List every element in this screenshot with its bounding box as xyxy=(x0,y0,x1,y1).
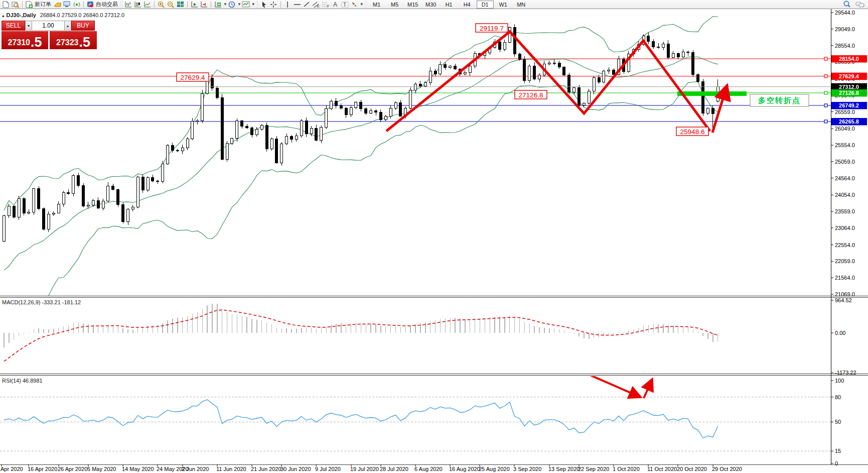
rsi-label: RSI(14) 46.8981 xyxy=(2,378,43,384)
timeframe-button-H1[interactable]: H1 xyxy=(441,1,458,9)
timeframe-button-M1[interactable]: M1 xyxy=(368,1,385,9)
indicators-dropdown-icon[interactable] xyxy=(214,1,222,9)
svg-text:28554.0: 28554.0 xyxy=(835,43,855,49)
svg-text:27312.0: 27312.0 xyxy=(839,84,859,90)
svg-text:14 May 2020: 14 May 2020 xyxy=(122,466,154,472)
templates-dropdown-icon[interactable] xyxy=(242,1,250,9)
svg-text:22059.0: 22059.0 xyxy=(835,258,855,264)
market-watch-icon[interactable] xyxy=(53,1,62,9)
chat-icon[interactable] xyxy=(855,1,864,9)
svg-text:26265.8: 26265.8 xyxy=(839,119,859,125)
volume-decrease-button[interactable]: ▼ xyxy=(25,21,32,31)
terminal-icon[interactable] xyxy=(63,1,71,9)
bid-fraction: .5 xyxy=(31,37,42,47)
timeframe-button-M5[interactable]: M5 xyxy=(386,1,403,9)
text-label-icon[interactable]: T xyxy=(341,1,349,9)
bid-price-button[interactable]: 27310.5 xyxy=(2,31,48,49)
signals-icon[interactable] xyxy=(72,1,81,9)
trend-zigzag-arrow[interactable] xyxy=(386,32,710,131)
hline-anchor[interactable] xyxy=(824,57,827,60)
hline-anchor[interactable] xyxy=(824,104,827,107)
timeframe-button-W1[interactable]: W1 xyxy=(495,1,512,9)
periods-dropdown-icon[interactable] xyxy=(228,1,236,9)
price-tag-text-1: 27629.4 xyxy=(181,74,205,81)
timeframe-group: M1M5M15M30H1H4D1W1MN xyxy=(368,1,530,9)
equidistant-channel-icon[interactable]: E xyxy=(312,1,321,9)
autotrading-icon[interactable] xyxy=(86,1,95,9)
new-chart-icon[interactable] xyxy=(2,1,10,9)
bar-chart-icon[interactable] xyxy=(124,1,132,9)
auto-scroll-icon[interactable] xyxy=(190,1,199,9)
svg-text:13 Sep 2020: 13 Sep 2020 xyxy=(548,466,580,472)
svg-text:26749.2: 26749.2 xyxy=(839,102,859,108)
rsi-trend-arrow-1[interactable] xyxy=(644,379,652,398)
hline-anchor[interactable] xyxy=(824,120,827,123)
fibonacci-icon[interactable]: F xyxy=(322,1,330,9)
vertical-line-icon[interactable] xyxy=(283,1,292,9)
symbol-period-label: DJ30-,Daily xyxy=(7,12,36,18)
hline-anchor[interactable] xyxy=(824,91,827,94)
tile-windows-icon[interactable] xyxy=(176,1,185,9)
zoom-out-icon[interactable] xyxy=(167,1,175,9)
svg-text:E: E xyxy=(317,5,320,8)
text-icon[interactable]: A xyxy=(331,1,340,9)
hline-anchor[interactable] xyxy=(824,75,827,78)
svg-text:24054.0: 24054.0 xyxy=(835,192,855,198)
zoom-in-icon[interactable] xyxy=(157,1,166,9)
svg-text:27126.8: 27126.8 xyxy=(839,90,859,96)
timeframe-button-H4[interactable]: H4 xyxy=(459,1,476,9)
templates-dropdown-arrow[interactable]: ▼ xyxy=(251,2,255,7)
new-order-button[interactable]: 新订单 xyxy=(35,1,51,8)
svg-text:0: 0 xyxy=(835,460,838,466)
arrows-icon[interactable] xyxy=(350,1,359,9)
timeframe-button-M30[interactable]: M30 xyxy=(422,1,440,9)
periods-dropdown-arrow[interactable]: ▼ xyxy=(237,2,241,7)
svg-text:22554.0: 22554.0 xyxy=(835,242,855,248)
chart-shift-icon[interactable] xyxy=(200,1,208,9)
volume-input[interactable] xyxy=(32,21,64,31)
svg-text:6 Aug 2020: 6 Aug 2020 xyxy=(414,466,443,472)
indicators-dropdown-arrow[interactable]: ▼ xyxy=(223,2,227,7)
main-toolbar: 新订单 自动交易 ▼ ▼ ▼ xyxy=(0,0,868,9)
svg-text:30 Jun 2020: 30 Jun 2020 xyxy=(280,466,311,472)
one-click-trading-panel: SELL ▼ ▲ BUY 27310.5 27323.5 xyxy=(2,21,97,49)
svg-text:28154.0: 28154.0 xyxy=(839,56,859,62)
svg-text:29544.0: 29544.0 xyxy=(835,10,855,16)
volume-increase-button[interactable]: ▲ xyxy=(64,21,71,31)
price-tag-text-2: 27126.8 xyxy=(519,91,543,99)
horizontal-line-icon[interactable] xyxy=(293,1,302,9)
trendline-icon[interactable] xyxy=(303,1,311,9)
panel-collapse-arrow[interactable]: ▴ xyxy=(2,13,5,18)
svg-text:22 Sep 2020: 22 Sep 2020 xyxy=(578,466,609,472)
candlestick-chart-icon[interactable] xyxy=(133,1,142,9)
svg-text:23559.0: 23559.0 xyxy=(835,208,855,214)
svg-text:24564.0: 24564.0 xyxy=(835,175,855,181)
rsi-trend-arrow-0[interactable] xyxy=(578,370,641,397)
ask-main: 27323 xyxy=(56,38,79,47)
bollinger-upper xyxy=(4,17,718,210)
timeframe-button-M15[interactable]: M15 xyxy=(404,1,421,9)
profiles-icon[interactable] xyxy=(11,1,20,9)
bid-main: 27310 xyxy=(8,38,30,47)
price-axis: 29544.029049.028554.028059.027549.027054… xyxy=(831,10,867,466)
svg-text:A: A xyxy=(333,1,337,8)
cursor-icon[interactable] xyxy=(260,1,268,9)
ask-price-button[interactable]: 27323.5 xyxy=(50,31,97,49)
search-icon[interactable] xyxy=(842,1,851,9)
green-highlight-bar[interactable] xyxy=(677,91,747,96)
line-chart-icon[interactable] xyxy=(143,1,152,9)
crosshair-icon[interactable] xyxy=(269,1,278,9)
autotrading-button[interactable]: 自动交易 xyxy=(96,1,118,8)
timeframe-button-D1[interactable]: D1 xyxy=(477,1,494,9)
timeframe-button-MN[interactable]: MN xyxy=(513,1,530,9)
new-order-icon[interactable] xyxy=(25,1,34,9)
svg-text:F: F xyxy=(327,5,329,8)
svg-text:21564.0: 21564.0 xyxy=(835,275,855,281)
chart-surface[interactable]: 29119.727629.427126.825948.6多空转折点29544.0… xyxy=(0,9,868,473)
sell-button[interactable]: SELL xyxy=(2,21,25,31)
rsi-pane xyxy=(0,370,831,451)
svg-text:100: 100 xyxy=(835,378,844,384)
buy-button[interactable]: BUY xyxy=(71,21,95,31)
svg-text:26559.0: 26559.0 xyxy=(835,109,855,115)
arrows-dropdown-arrow[interactable]: ▼ xyxy=(360,2,364,7)
